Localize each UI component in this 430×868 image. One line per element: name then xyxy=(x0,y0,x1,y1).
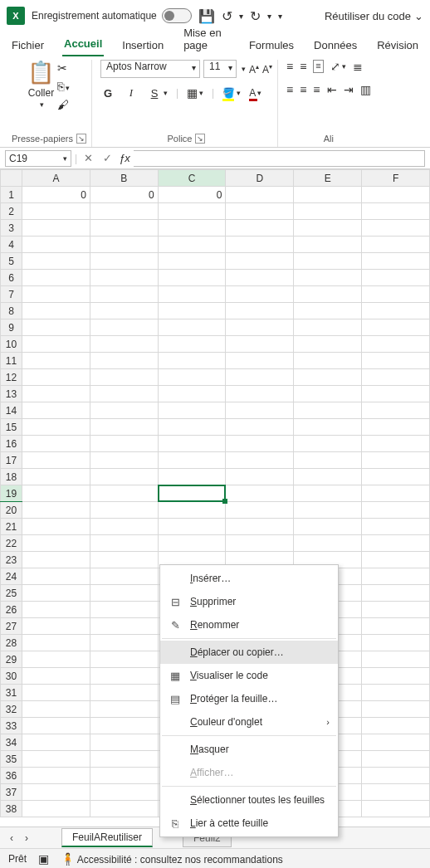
cell-D22[interactable] xyxy=(226,535,294,552)
cell-F8[interactable] xyxy=(362,303,430,319)
cell-B5[interactable] xyxy=(90,253,158,270)
increase-font-icon[interactable]: A▴ xyxy=(249,63,259,76)
cell-A29[interactable] xyxy=(22,651,90,668)
cell-A31[interactable] xyxy=(22,685,90,701)
row-header-35[interactable]: 35 xyxy=(1,751,22,768)
cell-B27[interactable] xyxy=(90,618,158,635)
row-header-7[interactable]: 7 xyxy=(1,286,22,303)
row-header-20[interactable]: 20 xyxy=(1,502,22,519)
cell-F34[interactable] xyxy=(362,734,430,751)
tab-fichier[interactable]: Fichier xyxy=(10,34,46,56)
cell-E10[interactable] xyxy=(294,336,362,353)
cell-F1[interactable] xyxy=(362,187,430,203)
tab-insertion[interactable]: Insertion xyxy=(120,34,165,56)
row-header-23[interactable]: 23 xyxy=(1,552,22,568)
cell-E14[interactable] xyxy=(294,402,362,419)
align-bottom-icon[interactable]: ≡ xyxy=(313,60,323,73)
cell-B3[interactable] xyxy=(90,220,158,237)
row-header-17[interactable]: 17 xyxy=(1,452,22,469)
cell-A15[interactable] xyxy=(22,419,90,436)
cell-A27[interactable] xyxy=(22,618,90,635)
cut-icon[interactable]: ✂ xyxy=(57,61,70,75)
cell-F17[interactable] xyxy=(362,452,430,469)
cell-B23[interactable] xyxy=(90,552,158,568)
row-header-21[interactable]: 21 xyxy=(1,519,22,535)
cell-A2[interactable] xyxy=(22,203,90,220)
cell-A28[interactable] xyxy=(22,635,90,651)
cell-A14[interactable] xyxy=(22,402,90,419)
cell-B34[interactable] xyxy=(90,734,158,751)
cell-B15[interactable] xyxy=(90,419,158,436)
cell-B17[interactable] xyxy=(90,452,158,469)
cell-B1[interactable]: 0 xyxy=(90,187,158,203)
cell-D14[interactable] xyxy=(226,402,294,419)
cell-F35[interactable] xyxy=(362,751,430,768)
col-header-B[interactable]: B xyxy=(90,170,158,187)
cell-F18[interactable] xyxy=(362,469,430,485)
row-header-1[interactable]: 1 xyxy=(1,187,22,203)
cell-C5[interactable] xyxy=(158,253,226,270)
cell-F26[interactable] xyxy=(362,602,430,618)
fill-color-button[interactable]: 🪣▾ xyxy=(222,87,241,99)
cell-E9[interactable] xyxy=(294,319,362,336)
cell-A16[interactable] xyxy=(22,436,90,452)
row-header-33[interactable]: 33 xyxy=(1,718,22,734)
cell-A17[interactable] xyxy=(22,452,90,469)
cell-C20[interactable] xyxy=(158,502,226,519)
cell-D19[interactable] xyxy=(226,485,294,502)
cell-B16[interactable] xyxy=(90,436,158,452)
cell-C8[interactable] xyxy=(158,303,226,319)
row-header-16[interactable]: 16 xyxy=(1,436,22,452)
cell-B4[interactable] xyxy=(90,237,158,253)
wrap-text-split-icon[interactable]: ≣ xyxy=(353,60,363,73)
cell-E4[interactable] xyxy=(294,237,362,253)
context-item-s-lectionner-toutes-les-feuilles[interactable]: Sélectionner toutes les feuilles xyxy=(160,788,338,812)
row-header-3[interactable]: 3 xyxy=(1,220,22,237)
col-header-E[interactable]: E xyxy=(294,170,362,187)
cell-D8[interactable] xyxy=(226,303,294,319)
cell-F21[interactable] xyxy=(362,519,430,535)
cell-C19[interactable] xyxy=(158,485,226,502)
cell-E19[interactable] xyxy=(294,485,362,502)
cell-B10[interactable] xyxy=(90,336,158,353)
context-item-lier-cette-feuille[interactable]: ⎘Lier à cette feuille xyxy=(160,812,338,835)
tab-données[interactable]: Données xyxy=(312,34,359,56)
sheet-tab-active[interactable]: FeuilAReutiliser xyxy=(61,828,153,847)
name-box[interactable]: C19 ▾ xyxy=(5,150,71,167)
row-header-25[interactable]: 25 xyxy=(1,585,22,602)
col-header-D[interactable]: D xyxy=(226,170,294,187)
context-item-renommer[interactable]: ✎Renommer xyxy=(160,613,338,636)
context-item-prot-ger-la-feuille-[interactable]: ▤Protéger la feuille… xyxy=(160,687,338,710)
cell-B2[interactable] xyxy=(90,203,158,220)
cell-A10[interactable] xyxy=(22,336,90,353)
context-item-d-placer-ou-copier-[interactable]: Déplacer ou copier… xyxy=(160,641,338,664)
cell-D16[interactable] xyxy=(226,436,294,452)
cell-B8[interactable] xyxy=(90,303,158,319)
cell-F13[interactable] xyxy=(362,386,430,402)
font-color-button[interactable]: A▾ xyxy=(249,87,261,99)
cell-F28[interactable] xyxy=(362,635,430,651)
cell-D20[interactable] xyxy=(226,502,294,519)
macro-record-icon[interactable]: ▣ xyxy=(38,852,49,866)
cell-B24[interactable] xyxy=(90,568,158,585)
cell-F38[interactable] xyxy=(362,801,430,817)
align-middle-icon[interactable]: ≡ xyxy=(300,60,306,73)
cell-F15[interactable] xyxy=(362,419,430,436)
cell-A26[interactable] xyxy=(22,602,90,618)
cell-E3[interactable] xyxy=(294,220,362,237)
cell-B18[interactable] xyxy=(90,469,158,485)
row-header-18[interactable]: 18 xyxy=(1,469,22,485)
cell-C17[interactable] xyxy=(158,452,226,469)
cell-D7[interactable] xyxy=(226,286,294,303)
cell-E7[interactable] xyxy=(294,286,362,303)
cell-B37[interactable] xyxy=(90,784,158,801)
cell-C15[interactable] xyxy=(158,419,226,436)
cell-E13[interactable] xyxy=(294,386,362,402)
cell-F2[interactable] xyxy=(362,203,430,220)
clipboard-launcher-icon[interactable]: ↘ xyxy=(76,134,86,144)
cell-F12[interactable] xyxy=(362,369,430,386)
cell-C7[interactable] xyxy=(158,286,226,303)
cell-C22[interactable] xyxy=(158,535,226,552)
cell-A12[interactable] xyxy=(22,369,90,386)
cell-B32[interactable] xyxy=(90,701,158,718)
